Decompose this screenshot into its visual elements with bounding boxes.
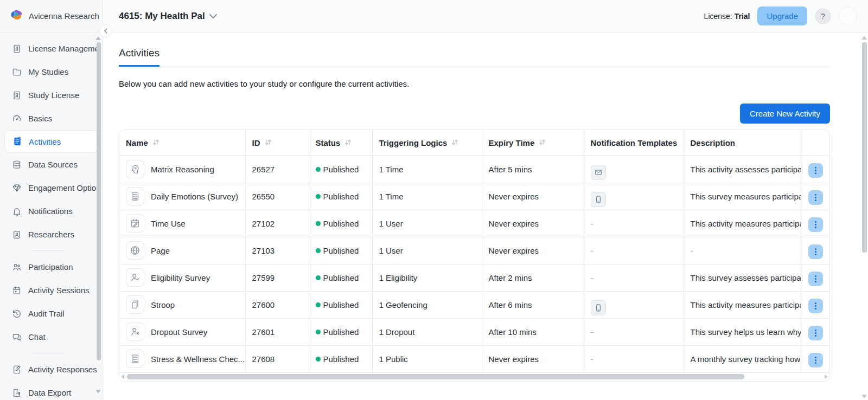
row-menu-button[interactable]: [808, 163, 823, 178]
activity-name[interactable]: Stroop: [151, 300, 175, 309]
activity-name[interactable]: Dropout Survey: [151, 327, 207, 337]
row-menu-button[interactable]: [808, 353, 823, 367]
sidebar-divider: [31, 250, 65, 251]
activity-id: 27599: [245, 264, 309, 291]
license-value: Trial: [735, 12, 750, 21]
sidebar-item-activity-responses[interactable]: Activity Responses: [0, 358, 103, 381]
sidebar-item-chat[interactable]: Chat: [0, 325, 103, 349]
column-header-name[interactable]: Name: [119, 130, 245, 156]
sidebar-item-activity-sessions[interactable]: Activity Sessions: [0, 279, 103, 302]
sidebar-item-basics[interactable]: Basics: [0, 107, 103, 130]
sidebar-scroll-up-arrow[interactable]: [95, 36, 101, 40]
sidebar-item-participation[interactable]: Participation: [0, 255, 103, 279]
row-menu-button[interactable]: [808, 272, 823, 286]
email-template-icon[interactable]: [591, 165, 606, 180]
app-window: Avicenna Research License Manageme My St…: [0, 0, 868, 400]
row-actions-cell: [801, 156, 830, 183]
activity-name[interactable]: Matrix Reasoning: [151, 165, 214, 174]
sidebar-scroll-down-arrow[interactable]: [95, 390, 101, 393]
sidebar-item-notifications[interactable]: Notifications: [0, 199, 103, 223]
sort-icon[interactable]: [152, 138, 159, 147]
row-menu-button[interactable]: [808, 217, 823, 232]
person-check-icon: [126, 268, 144, 287]
table-row: Page 27103 Published 1 User Never expire…: [119, 237, 830, 264]
gem-icon: [12, 183, 22, 193]
sidebar-item-data-sources[interactable]: Data Sources: [0, 153, 103, 176]
activity-id: 27608: [245, 345, 309, 372]
row-actions-cell: [801, 345, 830, 372]
sidebar-item-activities[interactable]: Activities: [4, 130, 98, 153]
sort-icon[interactable]: [344, 138, 352, 147]
page-scroll-up-arrow[interactable]: [861, 36, 867, 40]
activity-name[interactable]: Eligibility Survey: [151, 273, 210, 282]
expiry-time: After 6 mins: [482, 291, 584, 318]
hscroll-right-arrow[interactable]: [825, 375, 828, 379]
page-scroll-down-arrow[interactable]: [861, 395, 867, 398]
activity-description: This survey assesses participants: [691, 273, 801, 282]
sort-icon[interactable]: [265, 138, 272, 147]
sidebar-item-my-studies[interactable]: My Studies: [0, 60, 103, 83]
sidebar-collapse-button[interactable]: [99, 24, 112, 37]
sidebar-item-label: Audit Trail: [28, 309, 65, 318]
avatar[interactable]: [839, 7, 857, 25]
activity-description: This survey measures participants: [691, 192, 801, 201]
sidebar-item-data-export[interactable]: Data Export: [0, 381, 103, 400]
create-new-activity-button[interactable]: Create New Activity: [740, 104, 830, 124]
notification-templates-cell: -: [584, 318, 684, 345]
sidebar-item-license-manageme[interactable]: License Manageme: [0, 37, 103, 60]
activity-name[interactable]: Daily Emotions (Survey): [151, 192, 238, 201]
expiry-time: After 10 mins: [482, 318, 584, 345]
sidebar-item-audit-trail[interactable]: Audit Trail: [0, 302, 103, 325]
activity-name[interactable]: Page: [151, 246, 170, 255]
table-row: Stress & Wellness Chec... 27608 Publishe…: [119, 345, 830, 372]
sidebar-item-engagement-optior[interactable]: Engagement Optior: [0, 176, 103, 199]
column-header-expiry-time[interactable]: Expiry Time: [482, 130, 584, 156]
help-button[interactable]: ?: [815, 8, 831, 24]
calendar-icon: [12, 286, 22, 295]
brand: Avicenna Research: [0, 0, 103, 33]
row-actions-cell: [801, 264, 830, 291]
expiry-time: After 2 mins: [482, 264, 584, 291]
row-menu-button[interactable]: [808, 190, 823, 205]
horizontal-scrollbar[interactable]: [119, 373, 829, 381]
push-template-icon[interactable]: [591, 300, 606, 315]
column-header-status[interactable]: Status: [309, 130, 372, 156]
sort-icon[interactable]: [451, 138, 458, 147]
activity-id: 26550: [245, 183, 309, 210]
sidebar-item-label: Data Sources: [28, 160, 78, 169]
sidebar-scrollbar[interactable]: [97, 42, 101, 360]
column-label: Name: [126, 138, 148, 147]
sidebar-item-researchers[interactable]: Researchers: [0, 223, 103, 246]
license-icon: [12, 91, 22, 100]
study-selector[interactable]: 4615: My Health Pal: [119, 11, 217, 22]
gauge-icon: [12, 114, 22, 124]
activity-description: This activity measures participants: [691, 300, 801, 309]
globe-icon: [126, 241, 144, 260]
status-dot: [316, 275, 321, 280]
people-icon: [12, 262, 22, 272]
license-label: License:: [704, 12, 732, 21]
column-header-id[interactable]: ID: [245, 130, 309, 156]
tab-activities[interactable]: Activities: [119, 47, 159, 67]
description-cell: This survey measures participants: [684, 183, 801, 210]
sidebar: Avicenna Research License Manageme My St…: [0, 0, 103, 400]
push-template-icon[interactable]: [591, 192, 606, 207]
column-header-triggering-logics[interactable]: Triggering Logics: [372, 130, 482, 156]
hscroll-thumb[interactable]: [127, 374, 744, 379]
row-menu-button[interactable]: [808, 244, 823, 259]
sort-icon[interactable]: [539, 138, 546, 147]
activity-name[interactable]: Time Use: [151, 219, 186, 228]
sidebar-item-label: License Manageme: [28, 44, 99, 53]
activity-description: This survey helps us learn why participa…: [691, 327, 801, 337]
row-menu-button[interactable]: [808, 326, 823, 340]
activity-name[interactable]: Stress & Wellness Chec...: [151, 354, 245, 364]
survey-icon: [126, 187, 144, 205]
sidebar-item-study-license[interactable]: Study License: [0, 83, 103, 107]
upgrade-button[interactable]: Upgrade: [757, 7, 807, 25]
page-scrollbar[interactable]: [862, 42, 867, 253]
row-menu-button[interactable]: [808, 299, 823, 313]
hscroll-left-arrow[interactable]: [121, 375, 124, 379]
no-notification-dash: -: [591, 327, 593, 337]
notification-templates-cell: [584, 291, 684, 318]
column-label: Notification Templates: [591, 138, 678, 147]
